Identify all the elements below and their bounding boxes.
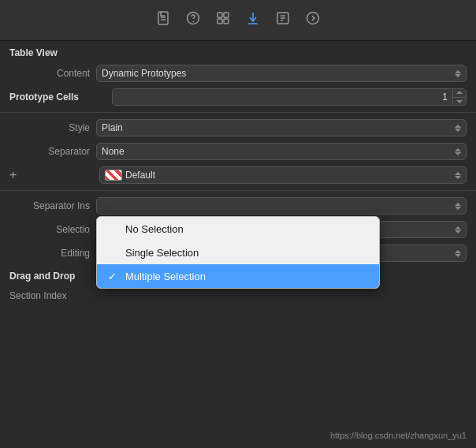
prototype-cells-label: Prototype Cells [9, 91, 112, 103]
style-label: Style [9, 122, 96, 133]
selection-arrows [455, 226, 461, 233]
editing-label: Editing [9, 248, 96, 259]
separator-control[interactable]: None [96, 143, 467, 160]
separator-ins-select[interactable] [96, 197, 467, 215]
default-control[interactable]: Default [99, 166, 467, 184]
svg-rect-6 [224, 13, 229, 17]
dropdown-item-no-selection[interactable]: No Selection [97, 217, 379, 241]
style-control[interactable]: Plain [96, 119, 467, 136]
divider-1 [0, 112, 476, 113]
svg-rect-7 [218, 19, 222, 24]
default-select[interactable]: Default [99, 166, 467, 184]
editing-arrows [455, 250, 461, 257]
watermark: https://blog.csdn.net/zhangxun_yu1 [330, 431, 467, 440]
dropdown-menu[interactable]: No Selection Single Selection ✓ Multiple… [96, 216, 380, 289]
plus-button[interactable]: + [9, 168, 24, 182]
default-arrows [455, 172, 461, 179]
svg-rect-8 [224, 19, 229, 24]
stepper-buttons[interactable] [452, 88, 466, 106]
stepper-up[interactable] [453, 88, 466, 98]
separator-select[interactable]: None [96, 143, 467, 160]
svg-rect-0 [158, 12, 168, 24]
help-icon[interactable] [185, 10, 201, 30]
style-arrows [455, 125, 461, 132]
content-label: Content [9, 68, 96, 79]
style-row: Style Plain [0, 116, 476, 140]
multiple-selection-label: Multiple Selection [125, 271, 368, 282]
sep-ins-arrows [455, 203, 461, 210]
separator-ins-row: Separator Ins [0, 194, 476, 218]
prototype-cells-value: 1 [113, 91, 452, 103]
dropdown-item-single-selection[interactable]: Single Selection [97, 241, 379, 264]
separator-label: Separator [9, 146, 96, 157]
prototype-cells-stepper[interactable]: 1 [112, 88, 467, 106]
multiple-selection-check: ✓ [108, 271, 122, 282]
content-row: Content Dynamic Prototypes [0, 62, 476, 85]
single-selection-label: Single Selection [125, 247, 368, 259]
toolbar [0, 0, 476, 41]
library-icon[interactable] [215, 10, 231, 30]
download-icon[interactable] [245, 10, 261, 30]
section-title: Table View [0, 41, 476, 62]
svg-rect-5 [218, 13, 222, 17]
plus-row: + Default [0, 163, 476, 187]
inspector-icon[interactable] [275, 10, 291, 30]
content-select[interactable]: Dynamic Prototypes [96, 65, 467, 82]
separator-ins-label: Separator Ins [9, 200, 96, 211]
svg-point-14 [307, 13, 319, 24]
content-arrows [455, 70, 461, 77]
separator-row: Separator None [0, 140, 476, 163]
style-select[interactable]: Plain [96, 119, 467, 136]
section-index-label: Section Index [0, 287, 476, 303]
dropdown-item-multiple-selection[interactable]: ✓ Multiple Selection [97, 264, 379, 288]
divider-2 [0, 190, 476, 191]
color-swatch [105, 170, 122, 181]
separator-ins-control[interactable] [96, 197, 467, 215]
file-icon[interactable] [155, 10, 171, 30]
selection-label: Selectio [9, 224, 96, 235]
content-control[interactable]: Dynamic Prototypes [96, 65, 467, 82]
prototype-cells-control[interactable]: 1 [112, 88, 467, 106]
no-selection-label: No Selection [125, 223, 368, 235]
prototype-cells-row: Prototype Cells 1 [0, 85, 476, 109]
svg-point-4 [192, 21, 194, 23]
stepper-down[interactable] [453, 98, 466, 106]
forward-icon[interactable] [305, 10, 321, 30]
separator-arrows [455, 148, 461, 155]
